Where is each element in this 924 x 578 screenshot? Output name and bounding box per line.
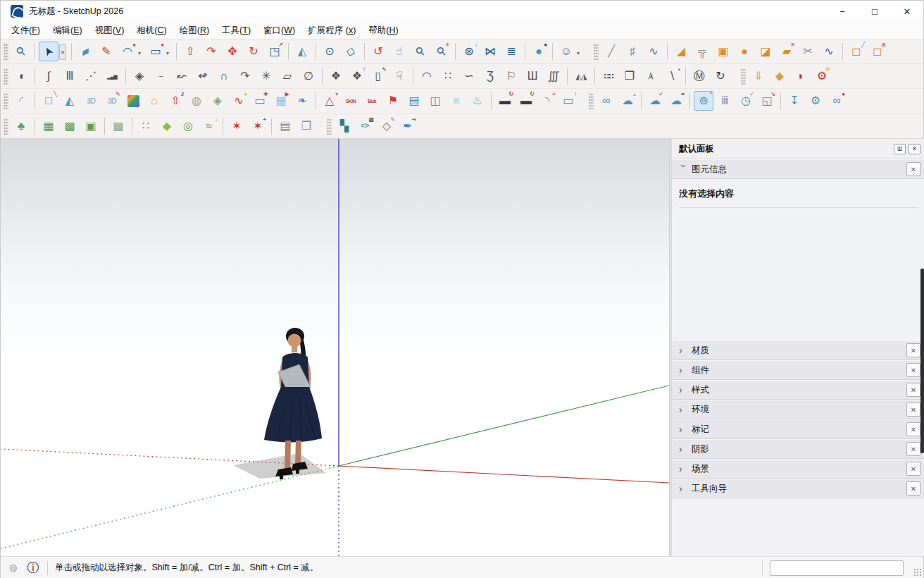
entity-info-close-button[interactable]: ✕ xyxy=(906,162,920,176)
jhs-array-up-button[interactable]: ❖↑ xyxy=(347,66,367,86)
scale-tool-button[interactable]: ◳↗ xyxy=(265,42,285,61)
jhs-pull-node-button[interactable]: ↜ xyxy=(172,66,192,86)
ext-unfold-button[interactable]: ▭↑ xyxy=(558,91,578,111)
jhs-north-arrow-button[interactable]: ➢ xyxy=(641,66,661,86)
minimize-button[interactable]: − xyxy=(826,1,859,22)
ext-leaf-button[interactable]: ❧ xyxy=(292,91,312,111)
panel-section-6[interactable]: ›阴影✕ xyxy=(672,439,924,459)
cloud-check-button[interactable]: ☁✓ xyxy=(645,91,665,111)
panel-section-close-button[interactable]: ✕ xyxy=(906,343,920,357)
pin-panel-button[interactable]: ⊞ xyxy=(894,144,906,154)
ext-gem-button[interactable]: ◈ xyxy=(208,91,227,111)
ext-rainbow-button[interactable] xyxy=(123,91,143,111)
settings-gear-button[interactable]: ⚙ xyxy=(806,91,825,111)
jhs-node-star-button[interactable]: ✳ xyxy=(256,66,276,86)
select-tool-dropdown-caret[interactable]: ▾ xyxy=(59,44,66,60)
search-tool-button[interactable]: ⚲ xyxy=(11,42,31,61)
plugin-bucket-button[interactable]: ◢ xyxy=(671,42,691,61)
ext-3d-text-button[interactable]: 3D xyxy=(81,91,101,111)
help-info-icon[interactable]: ⓘ xyxy=(26,561,40,575)
jhs-pipe-button[interactable]: ∅ xyxy=(299,66,318,86)
jhs-model-circle-button[interactable]: Ⓜ xyxy=(689,66,709,86)
extension-warehouse-button[interactable]: ⋈ xyxy=(480,42,500,61)
ext-corner-arc-button[interactable]: ◜ xyxy=(11,91,31,111)
push-pull-tool-button[interactable]: ⇧ xyxy=(180,42,200,61)
veg-rings-button[interactable]: ◎ xyxy=(178,116,198,136)
close-button[interactable]: ✕ xyxy=(891,1,923,22)
ext-shell-button[interactable]: ◍ xyxy=(187,91,206,111)
toolbar-grip[interactable] xyxy=(594,43,599,60)
jhs-chart-button[interactable]: ▂▄▆ xyxy=(102,66,122,86)
plugin-cones-button[interactable]: ● xyxy=(735,42,754,61)
plugin-panel-button[interactable]: ◪ xyxy=(756,42,775,61)
rectangle-tool-button[interactable]: ▭●▾ xyxy=(146,42,166,61)
veg-scatter-button[interactable]: ∷ xyxy=(136,116,156,136)
panel-section-close-button[interactable]: ✕ xyxy=(906,442,920,456)
plugin-flatten-button[interactable]: ∿ xyxy=(644,42,663,61)
panel-scrollbar-thumb[interactable] xyxy=(920,269,924,453)
measurements-input[interactable] xyxy=(770,560,904,576)
ext-pin-ball-button[interactable]: ∿● xyxy=(229,91,249,111)
veg-grid-mixed-button[interactable]: ▩ xyxy=(60,116,80,136)
paint-bucket-tool-button[interactable]: ◇ xyxy=(341,42,361,61)
doc-report-button[interactable]: ▤ xyxy=(275,116,295,136)
mat-dropper-arrow-button[interactable]: ✒➜ xyxy=(398,116,418,136)
toolbar-grip[interactable] xyxy=(327,118,332,135)
panel-section-close-button[interactable]: ✕ xyxy=(906,462,920,476)
ext-pipe-rotate-2-button[interactable]: ▬↻ xyxy=(516,91,536,111)
jhs-column-button[interactable]: Ⅲ xyxy=(60,66,80,86)
veg-gem-button[interactable]: ◆ xyxy=(157,116,177,136)
doc-copy-button[interactable]: ❐ xyxy=(296,116,316,136)
plugin-edge-erase-button[interactable]: ◻⊘ xyxy=(868,42,887,61)
panel-section-7[interactable]: ›场景✕ xyxy=(672,459,924,479)
eraser-tool-button[interactable]: ▰ xyxy=(75,42,95,61)
toolbar-grip[interactable] xyxy=(4,92,8,109)
plugin-smooth-button[interactable]: ∿ xyxy=(819,42,839,61)
tape-measure-tool-button[interactable]: ⊙ xyxy=(320,42,339,61)
pan-tool-button[interactable]: ☝ xyxy=(389,42,409,61)
menu-item-6[interactable]: 工具(T) xyxy=(216,23,257,39)
entity-info-header[interactable]: › 图元信息 ✕ xyxy=(672,159,924,179)
ext-checker-play-button[interactable]: ▦▶ xyxy=(271,91,291,111)
pin-star-2-button[interactable]: ✶+ xyxy=(248,116,268,136)
ext-pipe-rotate-1-button[interactable]: ▬↻ xyxy=(495,91,515,111)
menu-item-1[interactable]: 文件(F) xyxy=(5,23,46,39)
panel-section-8[interactable]: ›工具向导✕ xyxy=(672,479,924,498)
jhs-dome-button[interactable]: ◠ xyxy=(417,66,437,86)
share-model-button[interactable]: ≣ xyxy=(501,42,521,61)
cloud-share-button[interactable]: ☁▵ xyxy=(618,91,637,111)
jhs-drape-button[interactable]: ☟ xyxy=(389,66,409,86)
jhs-weld-button[interactable]: ∙−∙ xyxy=(151,66,170,86)
bars-tool-button[interactable]: ⅲ xyxy=(715,91,735,111)
plugin-knife-button[interactable]: ✂ xyxy=(798,42,818,61)
jhs-arch-button[interactable]: ∩ xyxy=(214,66,234,86)
jhs-curve-button[interactable]: ∽ xyxy=(459,66,479,86)
toolbar-grip[interactable] xyxy=(4,118,8,135)
veg-trees-button[interactable]: ♣ xyxy=(11,116,31,136)
pzk-download-button[interactable]: ⇓ xyxy=(749,66,768,86)
jhs-broom-button[interactable]: ∖▪ xyxy=(662,66,682,86)
zoom-tool-button[interactable]: ⚲ xyxy=(411,42,430,61)
ext-grill-button[interactable]: ♨ xyxy=(468,91,487,111)
jhs-break-node-button[interactable]: ↫ xyxy=(193,66,213,86)
ext-blue-square-button[interactable]: ■ xyxy=(447,91,466,111)
line-tool-button[interactable]: ✎ xyxy=(96,42,116,61)
jhs-comb-button[interactable]: Ш xyxy=(523,66,542,86)
ext-3d-edit-button[interactable]: 3D✎ xyxy=(102,91,122,111)
panel-section-close-button[interactable]: ✕ xyxy=(906,363,920,377)
download-circle-button[interactable]: ↧ xyxy=(785,91,804,111)
orbit-tool-button[interactable]: ↺ xyxy=(368,42,388,61)
jhs-rotate-circle-button[interactable]: ↻ xyxy=(711,66,730,86)
toolbar-grip[interactable] xyxy=(4,68,8,85)
close-panel-button[interactable]: ✕ xyxy=(909,144,920,154)
3d-warehouse-button[interactable]: ⊛↓ xyxy=(459,42,479,61)
ext-bub-button[interactable]: Bub xyxy=(362,91,382,111)
veg-texture-frame-button[interactable]: ▩ xyxy=(108,116,128,136)
menu-item-8[interactable]: 扩展程序 (x) xyxy=(301,23,362,39)
window-resize-grip[interactable] xyxy=(913,568,922,577)
arc-tool-button[interactable]: ◠●▾ xyxy=(118,42,137,61)
ext-skin-button[interactable]: SKIN xyxy=(341,91,361,111)
pzk-settings-button[interactable]: ⚙⚙ xyxy=(812,66,832,86)
ext-arc-plus-button[interactable]: ◝+ xyxy=(537,91,557,111)
ext-image-tool-button[interactable]: ▭✚ xyxy=(250,91,270,111)
